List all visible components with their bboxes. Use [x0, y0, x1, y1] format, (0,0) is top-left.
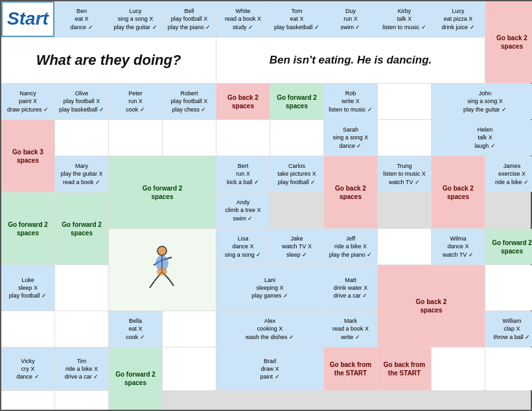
- cell-empty-r8c8: [163, 311, 216, 347]
- cell-trung: Trunglisten to music Xwatch TV ✓: [378, 156, 431, 192]
- svg-line-6: [169, 279, 174, 286]
- cell-ben: Beneat Xdance ✓: [55, 1, 108, 37]
- cell-alex: Alexcooking Xwash the dishes ✓: [216, 311, 323, 347]
- cell-lucy2-top: Lucyeat pizza Xdrink juice ✓: [432, 1, 485, 37]
- cell-helen: Helentalk Xlaugh ✓: [432, 120, 532, 156]
- go-forward-2-r3c6: Go forward 2spaces: [270, 84, 323, 119]
- cell-kirby: Kirbytalk Xlisten to music ✓: [378, 1, 431, 37]
- cell-wilma: Wilmadance Xwatch TV ✓: [432, 229, 485, 264]
- go-back-3: Go back 3spaces: [1, 120, 54, 192]
- game-board: Start Beneat Xdance ✓ Lucysing a song Xp…: [0, 0, 532, 411]
- cell-empty-r4c5: [216, 120, 270, 156]
- go-back-start-left: Go back fromthe START: [378, 347, 431, 390]
- cell-lucy1: Lucysing a song Xplay the guitar ✓: [109, 1, 162, 37]
- cell-white: Whiteread a book Xstudy ✓: [216, 1, 270, 37]
- cell-tom: Tomeat Xplay basketball ✓: [270, 1, 323, 37]
- svg-point-0: [157, 246, 167, 255]
- cell-empty-r10c4: [432, 347, 485, 390]
- cell-empty-r8c4: [485, 265, 532, 311]
- cell-rob: Robwrite Xlisten to music ✓: [324, 84, 377, 119]
- cell-empty-r4c4: [163, 120, 216, 156]
- cell-james: Jamesexercise Xride a bike ✓: [485, 156, 532, 192]
- cell-olive: Oliveplay football Xplay basketball ✓: [55, 84, 108, 119]
- cell-duy: Duyrun Xswim ✓: [324, 1, 377, 37]
- cell-john: Johnsing a song Xplay the guitar ✓: [432, 84, 532, 119]
- cell-empty-r7c8: [55, 265, 108, 311]
- cell-sarah: Sarahsing a song Xdance ✓: [324, 120, 377, 156]
- cell-empty-r3c8: [378, 84, 431, 119]
- cell-empty-r4c2: [55, 120, 108, 156]
- cell-mark: Markread a book Xwrite ✓: [324, 311, 377, 347]
- cell-empty-r4c3: [109, 120, 162, 156]
- cell-william: Williamclap Xthrow a ball ✓: [485, 311, 532, 347]
- runner-svg: [145, 246, 180, 294]
- cell-empty-r4c8: [378, 120, 431, 156]
- cell-tim: Timride a bike Xdrive a car ✓: [55, 347, 108, 390]
- cell-nancy: Nancypaint Xdraw pictures ✓: [1, 84, 54, 119]
- go-back-2-r3c5: Go back 2spaces: [216, 84, 270, 119]
- cell-lisa: Lisadance Xsing a song ✓: [216, 229, 270, 264]
- go-forward-2-r7c6: Go forward 2spaces: [485, 229, 532, 264]
- cell-jeff: Jeffride a bike Xplay the piano ✓: [324, 229, 377, 264]
- go-forward-2-r5c10: Go forward 2spaces: [1, 193, 54, 264]
- cell-empty-r4c6: [270, 120, 323, 156]
- cell-empty-r10c5: [485, 347, 532, 390]
- svg-line-7: [150, 281, 154, 288]
- cell-andy: Andyclimb a tree Xswim ✓: [216, 193, 270, 228]
- cell-empty-r10c8-9: [55, 391, 108, 410]
- cell-peter: Peterrun Xcook ✓: [109, 84, 162, 119]
- cell-carlos: Carlostake pictures Xplay football ✓: [270, 156, 323, 192]
- cell-empty-r9c7: [163, 347, 216, 390]
- start-cell: Start: [1, 1, 54, 37]
- go-back-2-top-right: Go back 2spaces: [485, 1, 532, 83]
- go-forward-2-r5c3: Go forward 2spaces: [109, 156, 216, 228]
- cell-empty-r10c7: [1, 391, 54, 410]
- cell-mary: Maryplay the guitar Xread a book ✓: [55, 156, 108, 192]
- cell-brad: Braddraw Xpaint ✓: [216, 347, 323, 390]
- ben-heading: Ben isn't eating. He is dancing.: [216, 38, 485, 83]
- go-forward-2-r9c6: Go forward 2spaces: [109, 347, 162, 410]
- go-back-2-r8c2: Go back 2spaces: [378, 265, 485, 347]
- cell-bell: Bellplay football Xplay the piano ✓: [163, 1, 216, 37]
- what-heading: What are they doing?: [1, 38, 216, 83]
- cell-robert: Robertplay football Xplay chess ✓: [163, 84, 216, 119]
- go-back-start-r9c10: Go back fromthe START: [324, 347, 377, 390]
- cell-bella: Bellaeat Xcook ✓: [109, 311, 162, 347]
- svg-point-9: [157, 268, 167, 276]
- cell-matt: Mattdrink water Xdrive a car ✓: [324, 265, 377, 311]
- go-forward-2-r6c1: Go forward 2spaces: [55, 193, 108, 264]
- go-back-2-r5c6: Go back 2spaces: [324, 156, 377, 228]
- cell-bert: Bertrun Xkick a ball ✓: [216, 156, 270, 192]
- cell-luke: Lukesleep Xplay football ✓: [1, 265, 54, 311]
- cell-empty-r8c5: [1, 311, 54, 347]
- cell-lani: Lanisleeping Xplay games ✓: [216, 265, 323, 311]
- cell-vicky: Vickycry Xdance ✓: [1, 347, 54, 390]
- go-back-2-r5c8: Go back 2spaces: [432, 156, 485, 228]
- figure-runner: [109, 229, 216, 311]
- cell-empty-r7c3: [378, 229, 431, 264]
- cell-jake: Jakewatch TV Xsleep ✓: [270, 229, 323, 264]
- cell-empty-r8c6: [55, 311, 108, 347]
